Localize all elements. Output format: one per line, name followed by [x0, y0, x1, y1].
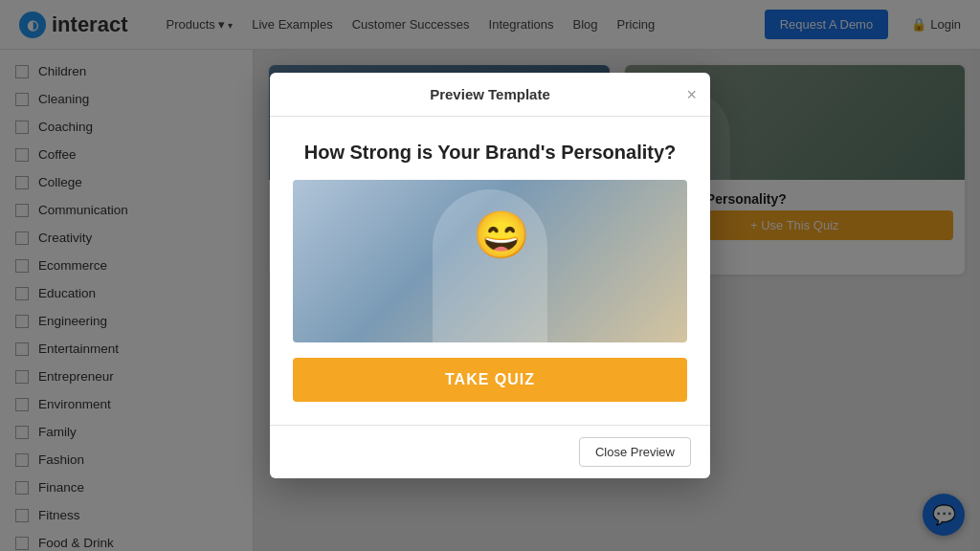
- modal-close-button[interactable]: ×: [686, 86, 697, 103]
- modal-body: How Strong is Your Brand's Personality? …: [270, 117, 710, 425]
- modal-overlay[interactable]: Preview Template × How Strong is Your Br…: [0, 0, 980, 551]
- close-preview-button[interactable]: Close Preview: [579, 437, 691, 467]
- modal-quiz-title: How Strong is Your Brand's Personality?: [293, 140, 687, 165]
- modal-header: Preview Template ×: [270, 73, 710, 117]
- modal-title: Preview Template: [430, 86, 550, 102]
- modal-image: [293, 180, 687, 342]
- modal-footer: Close Preview: [270, 425, 710, 478]
- take-quiz-button[interactable]: TAKE QUIZ: [293, 358, 687, 402]
- preview-modal: Preview Template × How Strong is Your Br…: [270, 73, 710, 478]
